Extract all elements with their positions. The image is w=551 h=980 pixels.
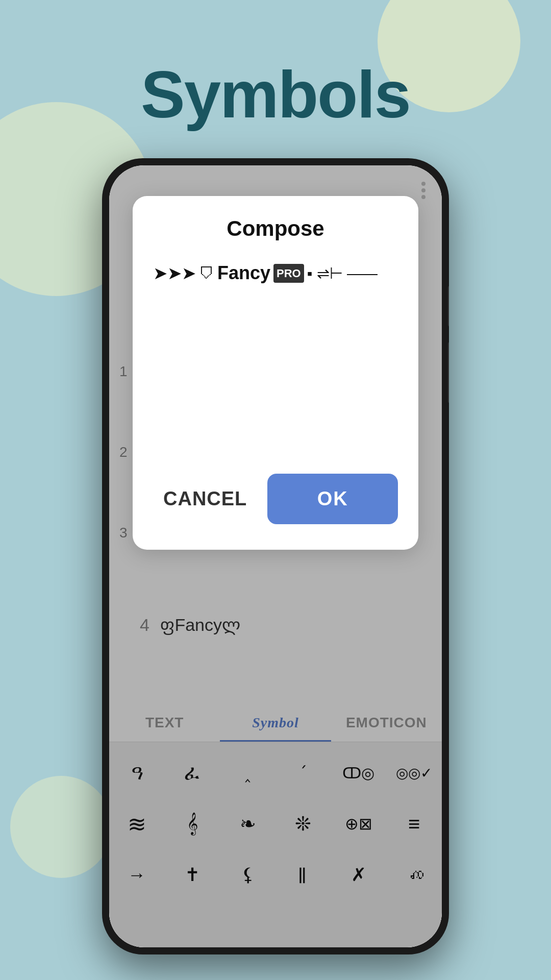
pro-badge: PRO xyxy=(273,264,304,283)
ok-button[interactable]: OK xyxy=(267,474,398,524)
phone-screen: 1 2 3 4 ფFancyლ Compose ➤➤➤ ⛉ Fancy PRO xyxy=(109,165,442,947)
more-options-icon[interactable] xyxy=(417,178,430,203)
side-button-bottom xyxy=(448,342,449,403)
post-symbols: ▪ ⇌⊢ —— xyxy=(307,262,378,285)
dialog-title: Compose xyxy=(153,216,398,241)
dialog-content: ➤➤➤ ⛉ Fancy PRO ▪ ⇌⊢ —— xyxy=(153,259,398,453)
compose-dialog: Compose ➤➤➤ ⛉ Fancy PRO ▪ ⇌⊢ —— CANCEL O… xyxy=(133,196,418,550)
phone-frame: 1 2 3 4 ფFancyლ Compose ➤➤➤ ⛉ Fancy PRO xyxy=(102,158,449,954)
dialog-overlay: Compose ➤➤➤ ⛉ Fancy PRO ▪ ⇌⊢ —— CANCEL O… xyxy=(109,165,442,947)
page-title: Symbols xyxy=(0,56,551,133)
fancy-text-preview: ➤➤➤ ⛉ Fancy PRO ▪ ⇌⊢ —— xyxy=(153,259,398,287)
fancy-label: Fancy xyxy=(217,259,270,287)
side-button-top xyxy=(448,286,449,327)
symbol-cross: ⛉ xyxy=(199,262,214,285)
bg-circle-bottom-left xyxy=(10,776,112,878)
cancel-button[interactable]: CANCEL xyxy=(153,474,257,524)
dialog-buttons: CANCEL OK xyxy=(153,474,398,524)
arrow-symbols: ➤➤➤ xyxy=(153,260,196,286)
